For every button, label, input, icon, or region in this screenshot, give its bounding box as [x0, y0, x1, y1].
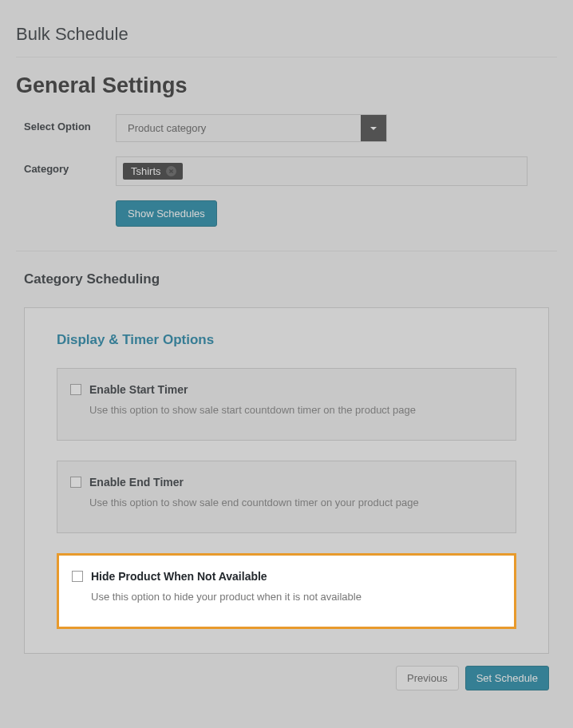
show-schedules-button[interactable]: Show Schedules	[116, 200, 217, 227]
show-schedules-row: Show Schedules	[16, 200, 557, 227]
select-option-row: Select Option Product category	[16, 114, 557, 142]
panel-heading: Display & Timer Options	[57, 332, 516, 348]
tag-label: Tshirts	[131, 165, 161, 177]
category-row: Category Tshirts	[16, 156, 557, 186]
set-schedule-button[interactable]: Set Schedule	[465, 666, 549, 690]
option-title: Enable End Timer	[89, 476, 503, 489]
start-timer-checkbox[interactable]	[70, 384, 81, 395]
footer-buttons: Previous Set Schedule	[16, 654, 557, 690]
select-option-label: Select Option	[16, 114, 116, 133]
page-title: Bulk Schedule	[16, 8, 557, 57]
section-title: General Settings	[16, 65, 557, 114]
category-tag: Tshirts	[123, 163, 183, 180]
option-desc: Use this option to show sale end countdo…	[89, 497, 503, 508]
previous-button[interactable]: Previous	[396, 666, 459, 690]
category-label: Category	[16, 156, 116, 175]
category-input[interactable]: Tshirts	[116, 156, 528, 186]
option-hide-product: Hide Product When Not Available Use this…	[57, 553, 516, 629]
select-option-dropdown[interactable]: Product category	[116, 114, 387, 142]
option-desc: Use this option to hide your product whe…	[91, 591, 501, 603]
subsection-title: Category Scheduling	[16, 271, 557, 287]
spacer	[16, 200, 116, 207]
hide-product-checkbox[interactable]	[72, 571, 83, 582]
end-timer-checkbox[interactable]	[70, 477, 81, 488]
chevron-down-icon	[361, 115, 386, 141]
divider	[16, 57, 557, 57]
option-start-timer: Enable Start Timer Use this option to sh…	[57, 368, 516, 441]
option-end-timer: Enable End Timer Use this option to show…	[57, 461, 516, 533]
option-desc: Use this option to show sale start count…	[89, 404, 503, 416]
option-title: Enable Start Timer	[89, 383, 503, 396]
options-panel: Display & Timer Options Enable Start Tim…	[24, 307, 549, 654]
divider	[16, 251, 557, 251]
close-icon[interactable]	[166, 166, 176, 176]
select-option-value: Product category	[117, 115, 361, 141]
option-title: Hide Product When Not Available	[91, 570, 501, 583]
